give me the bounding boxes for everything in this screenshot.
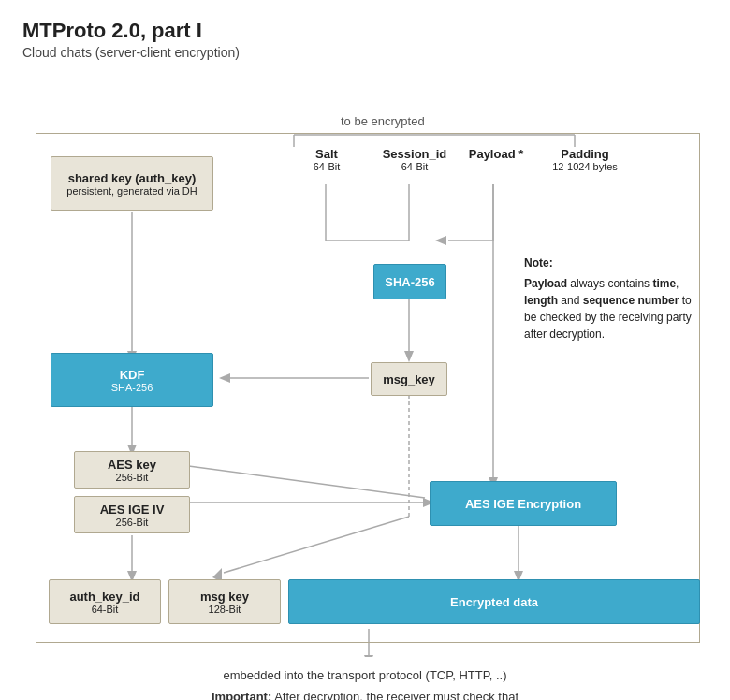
auth-key-id-label: auth_key_id xyxy=(69,590,139,604)
auth-key-id-box: auth_key_id 64-Bit xyxy=(49,579,161,624)
shared-key-sub: persistent, generated via DH xyxy=(66,185,197,197)
msg-key2-box: msg key 128-Bit xyxy=(168,579,281,624)
sha256-box: SHA-256 xyxy=(373,264,446,299)
aes-key-sub: 256-Bit xyxy=(116,472,149,483)
subtitle: Cloud chats (server-client encryption) xyxy=(22,45,708,60)
encrypted-data-label: Encrypted data xyxy=(450,595,538,609)
msg-key-label: msg_key xyxy=(383,372,435,386)
msg-key-box: msg_key xyxy=(371,362,447,396)
aes-key-box: AES key 256-Bit xyxy=(74,451,190,489)
kdf-sub: SHA-256 xyxy=(111,382,153,393)
important-text: Important: After decryption, the receive… xyxy=(22,690,708,700)
note-box: Note: Payload always contains time, leng… xyxy=(524,255,697,343)
shared-key-box: shared key (auth_key) persistent, genera… xyxy=(51,156,213,211)
aes-iv-sub: 256-Bit xyxy=(116,517,149,528)
important-label: Important: xyxy=(212,690,271,700)
payload-col: Payload * xyxy=(464,147,528,161)
shared-key-label: shared key (auth_key) xyxy=(68,171,197,185)
diagram-area: to be encrypted shared key (auth_key) pe… xyxy=(22,77,706,657)
kdf-label: KDF xyxy=(120,368,145,382)
aes-iv-label: AES IGE IV xyxy=(100,503,165,517)
sha256-label: SHA-256 xyxy=(385,275,434,289)
msg-key2-label: msg key xyxy=(200,590,249,604)
to-be-encrypted-label: to be encrypted xyxy=(341,114,425,128)
page-title: MTProto 2.0, part I xyxy=(22,19,708,43)
aes-key-label: AES key xyxy=(108,458,156,472)
kdf-box: KDF SHA-256 xyxy=(51,353,213,407)
padding-col: Padding 12-1024 bytes xyxy=(543,147,627,172)
svg-marker-24 xyxy=(364,655,373,657)
encrypted-data-box: Encrypted data xyxy=(288,579,700,624)
bottom-section: embedded into the transport protocol (TC… xyxy=(22,668,708,700)
session-col: Session_id 64-Bit xyxy=(381,147,448,172)
aes-enc-box: AES IGE Encryption xyxy=(430,481,617,526)
aes-iv-box: AES IGE IV 256-Bit xyxy=(74,496,190,533)
note-title: Note: xyxy=(524,256,553,270)
msg-key2-sub: 128-Bit xyxy=(209,604,241,615)
auth-key-id-sub: 64-Bit xyxy=(92,604,119,615)
embedded-text: embedded into the transport protocol (TC… xyxy=(22,668,708,682)
salt-col: Salt 64-Bit xyxy=(299,147,355,172)
aes-enc-label: AES IGE Encryption xyxy=(465,497,581,511)
